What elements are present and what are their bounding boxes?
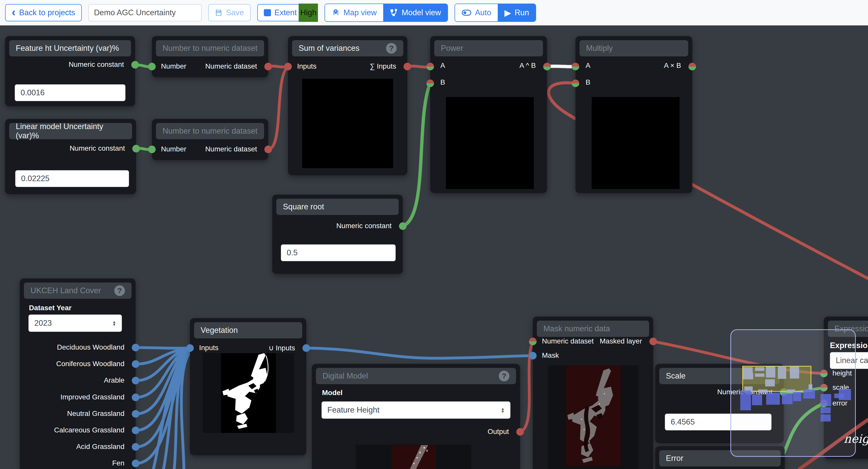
preview-image <box>446 97 534 189</box>
node-multiply[interactable]: Multiply A B A × B <box>576 36 692 193</box>
port-dot-improved-grassland[interactable] <box>132 393 140 401</box>
port-dot-b-in[interactable] <box>571 80 579 87</box>
numeric-constant-input[interactable] <box>281 244 396 261</box>
port-dot-b-in[interactable] <box>426 80 434 87</box>
port-dot-sum-inputs-out[interactable] <box>404 63 411 70</box>
port-dot-inputs-in[interactable] <box>186 344 194 352</box>
node-mask-numeric-data[interactable]: Mask numeric data Numeric dataset Mask M… <box>533 317 653 469</box>
port-label-landcover: Calcareous Grassland <box>54 426 124 434</box>
minimap-node-block <box>765 379 775 386</box>
port-dot-numeric-dataset-out[interactable] <box>265 146 272 153</box>
node-title: UKCEH Land Cover ? <box>24 283 131 299</box>
auto-label: Auto <box>475 8 491 17</box>
save-label: Save <box>226 8 244 17</box>
resolution-high-button[interactable]: High <box>299 4 318 22</box>
minimap-node-block <box>755 374 765 377</box>
project-name-input[interactable] <box>88 4 202 21</box>
port-dot-number-in[interactable] <box>148 63 156 70</box>
port-dot-union-inputs-out[interactable] <box>303 344 310 352</box>
map-view-button[interactable]: Map view <box>325 4 383 21</box>
node-vegetation[interactable]: Vegetation Inputs ∪ Inputs <box>190 318 306 455</box>
minimap-node-block <box>803 389 815 399</box>
node-number-to-numeric-dataset-2[interactable]: Number to numeric dataset Number Numeric… <box>152 119 268 160</box>
wire-vegetation-to-mask <box>306 348 533 358</box>
node-linear-model-uncertainty[interactable]: Linear model Uncertainty (var)% Numeric … <box>5 119 136 194</box>
port-dot-numeric-constant-out[interactable] <box>399 222 407 230</box>
port-dot-numeric-constant-out[interactable] <box>132 145 140 152</box>
numeric-constant-input[interactable] <box>15 84 125 101</box>
dataset-year-label: Dataset Year <box>29 304 72 312</box>
node-feature-ht-uncertainty[interactable]: Feature ht Uncertainty (var)% Numeric co… <box>5 36 135 106</box>
node-title: Square root <box>276 199 399 215</box>
extent-button[interactable]: Extent <box>257 4 304 21</box>
node-title: Power <box>434 40 543 56</box>
port-dot-calcareous-grassland[interactable] <box>132 427 140 434</box>
node-square-root[interactable]: Square root Numeric constant <box>272 195 403 274</box>
port-label-numeric-dataset: Numeric dataset <box>205 145 257 153</box>
minimap[interactable] <box>731 329 856 457</box>
port-dot-neutral-grassland[interactable] <box>132 410 140 418</box>
port-dot-a-times-b-out[interactable] <box>688 63 696 70</box>
select-arrows-icon: ▲▼ <box>112 320 116 326</box>
auto-toggle-icon <box>462 9 471 17</box>
port-dot-number-in[interactable] <box>148 146 156 153</box>
numeric-constant-input[interactable] <box>15 170 129 187</box>
node-title: Number to numeric dataset <box>156 123 264 139</box>
port-label-union-inputs: ∪ Inputs <box>269 344 295 352</box>
port-dot-masked-layer-out[interactable] <box>649 338 657 345</box>
port-label-a-times-b: A × B <box>664 61 681 69</box>
port-dot-output-out[interactable] <box>516 428 524 436</box>
save-button[interactable]: Save <box>208 4 251 21</box>
port-dot-a-in[interactable] <box>571 63 579 70</box>
port-dot-arable[interactable] <box>132 377 140 384</box>
extent-square-icon <box>264 9 271 16</box>
port-label-number: Number <box>161 145 186 153</box>
dataset-year-select[interactable]: 2023 ▲▼ <box>28 315 122 332</box>
minimap-node-block <box>793 392 801 401</box>
preview-image <box>592 97 680 189</box>
node-sum-of-variances[interactable]: Sum of variances ? Inputs ∑ Inputs <box>288 36 407 175</box>
node-title: Digital Model ? <box>316 368 516 384</box>
high-label: High <box>301 8 317 17</box>
port-dot-deciduous-woodland[interactable] <box>132 344 140 351</box>
node-title: Multiply <box>580 40 688 56</box>
node-power[interactable]: Power A B A ^ B <box>430 36 547 193</box>
node-digital-model[interactable]: Digital Model ? Model Feature Height ▲▼ … <box>312 364 520 469</box>
save-icon <box>215 9 222 17</box>
model-select[interactable]: Feature Height ▲▼ <box>321 402 510 419</box>
port-label-numeric-constant: Numeric constant <box>336 222 392 230</box>
run-play-icon: ▶ <box>504 8 511 18</box>
node-ukceh-land-cover[interactable]: UKCEH Land Cover ? Dataset Year 2023 ▲▼ … <box>20 279 135 469</box>
run-button[interactable]: ▶ Run <box>498 4 535 21</box>
port-dot-numeric-constant-out[interactable] <box>131 61 139 68</box>
node-title: Linear model Uncertainty (var)% <box>9 123 132 139</box>
port-dot-a-in[interactable] <box>426 63 434 70</box>
port-dot-coniferous-woodland[interactable] <box>132 360 140 368</box>
model-view-button[interactable]: Model view <box>383 4 447 21</box>
dataset-year-value: 2023 <box>34 319 52 328</box>
help-icon[interactable]: ? <box>499 371 509 381</box>
port-dot-numeric-dataset-out[interactable] <box>265 63 272 70</box>
map-view-label: Map view <box>343 8 377 17</box>
port-dot-a-pow-b-out[interactable] <box>543 63 551 70</box>
port-label-numeric-constant: Numeric constant <box>68 60 124 68</box>
back-to-projects-button[interactable]: ‹ Back to projects <box>5 4 82 21</box>
port-dot-mask-in[interactable] <box>529 352 536 359</box>
node-title: Feature ht Uncertainty (var)% <box>9 40 131 56</box>
port-dot-numeric-dataset-in[interactable] <box>529 338 536 345</box>
port-dot-acid-grassland[interactable] <box>132 443 140 451</box>
port-label-inputs: Inputs <box>199 344 218 352</box>
port-label-landcover: Coniferous Woodland <box>56 360 124 368</box>
port-dot-inputs-in[interactable] <box>284 63 292 70</box>
help-icon[interactable]: ? <box>386 43 397 54</box>
node-number-to-numeric-dataset-1[interactable]: Number to numeric dataset Number Numeric… <box>152 36 268 77</box>
port-label-landcover: Improved Grassland <box>60 393 124 401</box>
back-to-projects-label: Back to projects <box>19 8 75 17</box>
wire-bundle-landcover <box>136 348 191 469</box>
port-label-landcover: Deciduous Woodland <box>57 343 124 351</box>
port-dot-fen[interactable] <box>132 460 140 467</box>
port-label-numeric-constant: Numeric constant <box>70 144 125 152</box>
auto-button[interactable]: Auto <box>455 4 498 21</box>
help-icon[interactable]: ? <box>114 285 125 296</box>
minimap-node-block <box>740 390 751 410</box>
